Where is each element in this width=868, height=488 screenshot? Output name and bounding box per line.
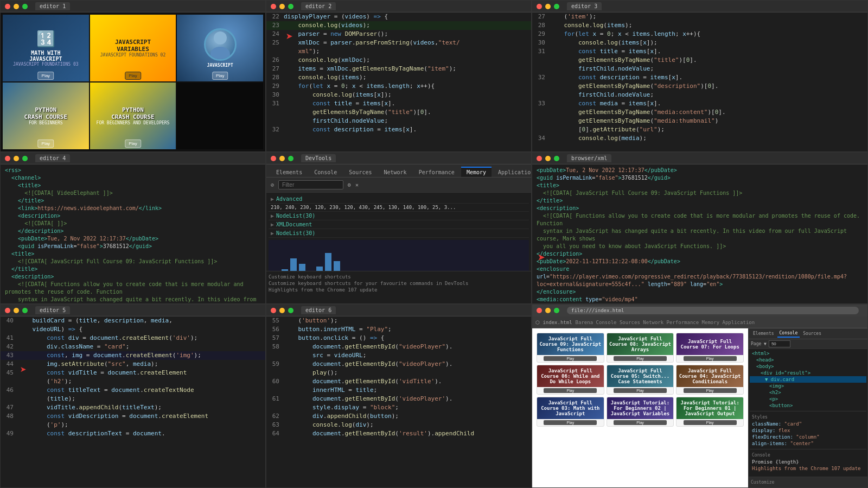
maximize-dot-6[interactable] xyxy=(554,156,559,161)
close-dot-2[interactable] xyxy=(271,4,276,9)
xml-right-content[interactable]: <pubDate>Tue, 2 Nov 2022 12:17:37</pubDa… xyxy=(532,164,867,303)
vid-card-1-play[interactable]: Play xyxy=(544,356,597,361)
vid-card-8-thumb: JavaScript Tutorial: For Beginners 02 | … xyxy=(607,397,674,419)
code-editor-top-right: editor 3 27 ('item'); 28 console.log(ite… xyxy=(532,0,868,152)
close-dot[interactable] xyxy=(5,4,10,9)
minimize-dot-3[interactable] xyxy=(545,4,551,9)
play-btn-py2[interactable]: Play xyxy=(125,140,141,148)
maximize-dot-9[interactable] xyxy=(554,308,559,313)
code-content-bot-left[interactable]: 40 buildCard = (title, description, medi… xyxy=(1,316,265,487)
minimize-dot[interactable] xyxy=(14,4,19,9)
minimize-dot-9[interactable] xyxy=(545,308,551,313)
code-content-top-right[interactable]: 27 ('item'); 28 console.log(items); 29 f… xyxy=(532,12,867,151)
code-r-line-31: 31 const title = items[x]. xyxy=(532,47,867,56)
xml-r-line-10: </description> xyxy=(537,250,863,258)
vid-card-6-play[interactable]: Play xyxy=(684,388,737,393)
play-btn-person[interactable]: Play xyxy=(212,72,228,80)
code-editor-bot-mid: editor 6 55 ('button'); 56 button.innerH… xyxy=(266,304,532,488)
close-dot-6[interactable] xyxy=(537,156,542,161)
dt-tab-performance[interactable]: Performance xyxy=(413,167,460,177)
dt-tab-network[interactable]: Network xyxy=(378,167,412,177)
dt-right-tree[interactable]: <html> <head> <body> <div id="result"> ▼… xyxy=(749,349,867,477)
maximize-dot-5[interactable] xyxy=(288,156,293,161)
dt-right-tab-sources[interactable]: Sources xyxy=(801,330,824,337)
minimize-dot-6[interactable] xyxy=(545,156,551,161)
close-dot-5[interactable] xyxy=(271,156,276,161)
dt-close-icon[interactable]: ✕ xyxy=(355,182,359,188)
dt-tab-elements[interactable]: Elements xyxy=(271,167,308,177)
xml-r-line-7: <![CDATA[ Functions allow you to create … xyxy=(537,212,863,227)
browser-url-bar[interactable]: file:///index.html xyxy=(567,307,859,314)
close-dot-4[interactable] xyxy=(5,156,10,161)
minimize-dot-7[interactable] xyxy=(14,308,19,313)
close-dot-3[interactable] xyxy=(537,4,542,9)
console-graph-area xyxy=(269,240,529,271)
browser-tab-1[interactable]: ⬡ index.html xyxy=(535,320,572,325)
thumb-js-vars[interactable]: JAVASCRIPTVARIABLES JAVASCRIPT FOUNDATIO… xyxy=(90,15,176,81)
code-bm-line-61: 61 document.getElementById('videoPlayer'… xyxy=(266,395,531,403)
maximize-dot-3[interactable] xyxy=(554,4,559,9)
code-bl-line-40: 40 buildCard = (title, description, medi… xyxy=(1,316,265,325)
play-btn-vars[interactable]: Play xyxy=(125,72,141,80)
code-editor-bot-left: editor 5 ➤ 40 buildCard = (title, descri… xyxy=(0,304,266,488)
minimize-dot-5[interactable] xyxy=(279,156,285,161)
dt-tab-memory[interactable]: Memory xyxy=(461,167,492,177)
xml-line-13: <![CDATA[ JavaScript Full Course 09: Jav… xyxy=(5,258,261,265)
dt-tab-application[interactable]: Application xyxy=(493,167,532,177)
minimize-dot-8[interactable] xyxy=(279,308,285,313)
code-bm-line-60b: innerHTML = title; xyxy=(266,386,531,395)
maximize-dot-7[interactable] xyxy=(22,308,28,313)
browser-bot-right-panel: file:///index.html ⬡ index.html Barena C… xyxy=(532,304,868,488)
maximize-dot-2[interactable] xyxy=(288,4,293,9)
devtools-tab-label[interactable]: Barena Console Sources Network Performan… xyxy=(576,320,755,325)
code-content-top-mid[interactable]: 22displayPlayer = (videos) => { 23 conso… xyxy=(266,12,531,151)
vid-card-4-play[interactable]: Play xyxy=(544,388,597,393)
panel-topbar-code-bot-left: editor 5 xyxy=(1,305,265,316)
dt-settings-icon[interactable]: ⚙ xyxy=(348,182,351,188)
thumb-python2[interactable]: PYTHONCRASH COURSE FOR BEGINNERS AND DEV… xyxy=(90,83,176,149)
dt-right-tab-elements[interactable]: Elements xyxy=(751,330,776,337)
browser-topbar: file:///index.html xyxy=(532,305,867,316)
xml-line-8: <![CDATA[ ]]> xyxy=(5,220,261,227)
minimize-dot-2[interactable] xyxy=(279,4,285,9)
thumb-python1[interactable]: PYTHONCRASH COURSE FOR BEGINNERS Play xyxy=(3,83,89,149)
xml-line-16: <![CDATA[ Functions allow you to create … xyxy=(5,281,261,296)
code-r-line-33: 33 const media = items[x]. xyxy=(532,99,867,108)
svg-rect-7 xyxy=(316,267,323,271)
dt-tab-sources[interactable]: Sources xyxy=(343,167,377,177)
maximize-dot-4[interactable] xyxy=(22,156,28,161)
line-num-31c xyxy=(266,117,284,125)
code-bm-line-60: 60 document.getElementById('vidTitle'). xyxy=(266,377,531,386)
devtools-console-content[interactable]: ▶ Advanced 210, 240, 230, 120, 230, 120,… xyxy=(266,193,531,271)
play-btn-py1[interactable]: Play xyxy=(38,140,54,148)
dt-right-filter-input[interactable] xyxy=(769,340,790,347)
dt-tab-console[interactable]: Console xyxy=(309,167,342,177)
line-22-content: displayPlayer = (videos) => { xyxy=(284,12,388,21)
thumb-person[interactable]: JAVASCRIPT Play xyxy=(177,15,263,81)
dt-tree-divcard[interactable]: ▼ div.card xyxy=(750,376,866,383)
vid-card-7-play[interactable]: Play xyxy=(544,420,597,425)
close-dot-8[interactable] xyxy=(271,308,276,313)
dt-right-tab-console[interactable]: Console xyxy=(777,329,800,338)
close-dot-7[interactable] xyxy=(5,308,10,313)
code-bl-line-49: 49 const descriptionText = document. xyxy=(1,429,265,438)
vid-card-5-play[interactable]: Play xyxy=(614,388,667,393)
close-dot-9[interactable] xyxy=(537,308,542,313)
vid-card-9-play[interactable]: Play xyxy=(684,420,737,425)
code-bm-line-56: 56 button.innerHTML = "Play"; xyxy=(266,325,531,334)
code-content-bot-mid[interactable]: 55 ('button'); 56 button.innerHTML = "Pl… xyxy=(266,316,531,487)
vid-card-8-play[interactable]: Play xyxy=(614,420,667,425)
panel-tab-code-mid: editor 2 xyxy=(301,2,336,10)
devtools-filter-input[interactable] xyxy=(278,180,343,189)
panel-topbar-videos: editor 1 xyxy=(1,1,265,12)
play-btn-math[interactable]: Play xyxy=(38,72,54,80)
xml-r-line-13: </enclosure> xyxy=(537,288,863,296)
vid-card-3-play[interactable]: Play xyxy=(684,356,737,361)
maximize-dot[interactable] xyxy=(22,4,28,9)
thumb-math-js[interactable]: 🔢 MATH WITHJAVASCRIPT JAVASCRIPT FOUNDAT… xyxy=(3,15,89,81)
vid-card-2-play[interactable]: Play xyxy=(614,356,667,361)
maximize-dot-8[interactable] xyxy=(288,308,293,313)
xml-left-content[interactable]: <rss> <channel> <title> <![CDATA[ VideoE… xyxy=(1,164,265,303)
line-24-content: parser = new DOMParser(); xyxy=(284,30,388,39)
minimize-dot-4[interactable] xyxy=(14,156,19,161)
